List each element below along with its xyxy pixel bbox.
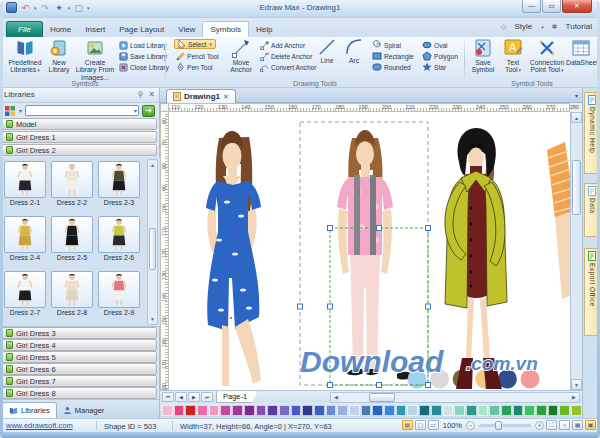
- tutorial-menu[interactable]: Tutorial: [566, 22, 592, 31]
- zoom-slider-thumb[interactable]: [495, 421, 502, 430]
- arc-tool-button[interactable]: Arc: [342, 38, 366, 64]
- library-bar-girl-dress-7[interactable]: Girl Dress 7: [2, 375, 157, 387]
- palette-swatch[interactable]: [197, 405, 208, 416]
- palette-swatch[interactable]: [419, 405, 430, 416]
- tab-view[interactable]: View: [171, 22, 202, 37]
- panel-close-icon[interactable]: ✕: [148, 90, 155, 99]
- save-symbol-button[interactable]: Save Symbol: [468, 38, 498, 74]
- library-thumb-dress-2-8[interactable]: Dress 2-8: [50, 271, 94, 316]
- minimize-button[interactable]: —: [522, 0, 541, 13]
- palette-swatch[interactable]: [314, 405, 325, 416]
- library-thumb-dress-2-3[interactable]: Dress 2-3: [97, 161, 141, 206]
- last-page-button[interactable]: ⏭: [201, 392, 213, 402]
- convert-anchor-button[interactable]: Convert Anchor: [260, 62, 316, 72]
- tab-file[interactable]: File: [6, 21, 43, 37]
- palette-swatch[interactable]: [431, 405, 442, 416]
- library-bar-girl-dress-4[interactable]: Girl Dress 4: [2, 339, 157, 351]
- tab-home[interactable]: Home: [43, 22, 78, 37]
- polygon-tool-button[interactable]: Polygon: [422, 51, 458, 61]
- library-thumb-dress-2-7[interactable]: Dress 2-7: [3, 271, 47, 316]
- palette-swatch[interactable]: [513, 405, 524, 416]
- connection-point-tool-button[interactable]: Connection Point Tool▾: [528, 38, 566, 75]
- panel-tab-manager[interactable]: Manager: [57, 402, 111, 418]
- palette-swatch[interactable]: [489, 405, 500, 416]
- select-tool-button[interactable]: Select▾: [174, 39, 216, 49]
- palette-swatch[interactable]: [501, 405, 512, 416]
- scroll-down-icon[interactable]: ▼: [148, 314, 157, 324]
- hscroll-thumb[interactable]: [369, 393, 395, 402]
- palette-swatch[interactable]: [454, 405, 465, 416]
- pencil-tool-button[interactable]: Pencil Tool: [176, 51, 219, 61]
- spiral-tool-button[interactable]: Spiral: [372, 40, 401, 50]
- library-thumb-dress-2-4[interactable]: Dress 2-4: [3, 216, 47, 261]
- library-thumb-dress-2-1[interactable]: Dress 2-1: [3, 161, 47, 206]
- palette-swatch[interactable]: [396, 405, 407, 416]
- horizontal-scrollbar[interactable]: ◀ ▶: [330, 392, 580, 403]
- palette-swatch[interactable]: [244, 405, 255, 416]
- library-search-combo[interactable]: [25, 105, 139, 116]
- rectangle-tool-button[interactable]: Rectangle: [372, 51, 414, 61]
- star-tool-button[interactable]: Star: [422, 62, 446, 72]
- library-bar-girl-dress-6[interactable]: Girl Dress 6: [2, 363, 157, 375]
- palette-swatch[interactable]: [185, 405, 196, 416]
- move-anchor-button[interactable]: Move Anchor: [224, 38, 258, 74]
- palette-swatch[interactable]: [407, 405, 418, 416]
- tab-list-caret-icon[interactable]: ▾: [575, 92, 578, 99]
- library-scrollbar[interactable]: ▲ ▼: [147, 159, 158, 325]
- vscroll-down-icon[interactable]: ▼: [571, 379, 582, 390]
- library-bar-model[interactable]: Model: [2, 118, 157, 130]
- vscroll-thumb[interactable]: [572, 160, 581, 215]
- library-caret-icon[interactable]: ▾: [19, 107, 22, 114]
- close-library-button[interactable]: Close Library: [119, 62, 169, 72]
- panel-tab-libraries[interactable]: Libraries: [2, 402, 57, 418]
- next-page-button[interactable]: ▶: [188, 392, 200, 402]
- presentation-view-button[interactable]: ⚏: [428, 420, 439, 430]
- vertical-scrollbar[interactable]: ▲ ▼: [570, 112, 582, 390]
- zoom-slider[interactable]: [479, 424, 531, 427]
- figure-blue-dress[interactable]: [206, 131, 261, 386]
- hscroll-left-icon[interactable]: ◀: [331, 393, 341, 402]
- library-bar-girl-dress-1[interactable]: Girl Dress 1: [2, 131, 157, 143]
- first-page-button[interactable]: ⏮: [162, 392, 174, 402]
- delete-anchor-button[interactable]: Delete Anchor: [260, 51, 312, 61]
- library-thumb-dress-2-2[interactable]: Dress 2-2: [50, 161, 94, 206]
- create-library-button[interactable]: Create Library From Images...: [74, 38, 116, 81]
- palette-swatch[interactable]: [326, 405, 337, 416]
- tab-page-layout[interactable]: Page Layout: [112, 22, 171, 37]
- figure-green-coat[interactable]: [445, 128, 507, 389]
- hscroll-right-icon[interactable]: ▶: [569, 393, 579, 402]
- palette-swatch[interactable]: [536, 405, 547, 416]
- new-library-button[interactable]: New Library: [44, 38, 74, 74]
- palette-swatch[interactable]: [209, 405, 220, 416]
- style-menu[interactable]: Style: [514, 22, 532, 31]
- palette-swatch[interactable]: [571, 405, 582, 416]
- grid-button[interactable]: ▦: [572, 420, 583, 430]
- oval-tool-button[interactable]: Oval: [422, 40, 448, 50]
- line-tool-button[interactable]: Line: [314, 38, 340, 64]
- tab-insert[interactable]: Insert: [78, 22, 112, 37]
- tab-help[interactable]: Help: [249, 22, 279, 37]
- prev-page-button[interactable]: ◀: [175, 392, 187, 402]
- palette-swatch[interactable]: [559, 405, 570, 416]
- palette-swatch[interactable]: [232, 405, 243, 416]
- library-thumb-dress-2-5[interactable]: Dress 2-5: [50, 216, 94, 261]
- palette-swatch[interactable]: [372, 405, 383, 416]
- palette-swatch[interactable]: [443, 405, 454, 416]
- palette-swatch[interactable]: [524, 405, 535, 416]
- library-thumb-dress-2-9[interactable]: Dress 2-9: [97, 271, 141, 316]
- normal-view-button[interactable]: ▤: [402, 420, 413, 430]
- datasheet-button[interactable]: DataSheet: [566, 38, 596, 66]
- library-bar-girl-dress-5[interactable]: Girl Dress 5: [2, 351, 157, 363]
- palette-swatch[interactable]: [548, 405, 559, 416]
- rounded-tool-button[interactable]: Rounded: [372, 62, 411, 72]
- zoom-select-button[interactable]: ⌕: [559, 420, 570, 430]
- palette-swatch[interactable]: [478, 405, 489, 416]
- library-palette-icon[interactable]: [4, 105, 16, 117]
- snap-button[interactable]: ▣: [585, 420, 596, 430]
- tab-close-icon[interactable]: ✕: [223, 93, 229, 101]
- palette-swatch[interactable]: [256, 405, 267, 416]
- add-anchor-button[interactable]: Add Anchor: [260, 40, 305, 50]
- figure-partial-arm[interactable]: [547, 142, 570, 299]
- maximize-button[interactable]: ▭: [542, 0, 561, 13]
- library-bar-girl-dress-8[interactable]: Girl Dress 8: [2, 387, 157, 399]
